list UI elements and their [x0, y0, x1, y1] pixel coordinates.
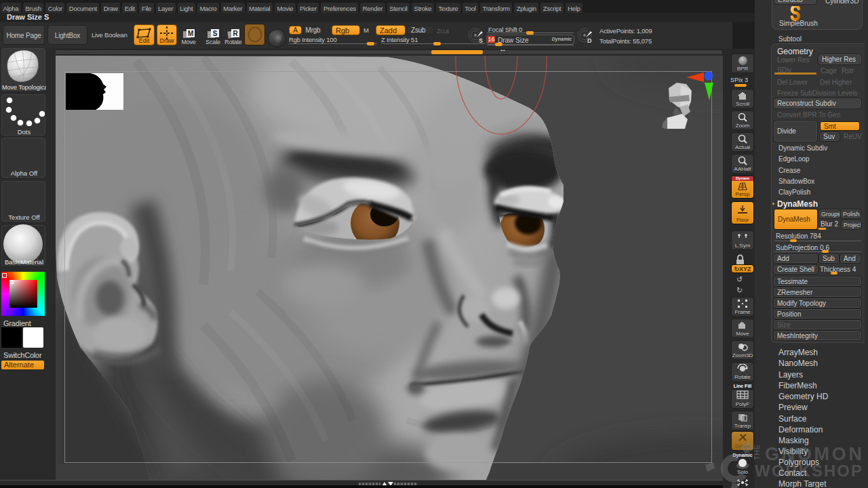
svg-text:S: S	[213, 30, 218, 37]
svg-text:M: M	[188, 30, 193, 37]
svg-text:D: D	[587, 37, 592, 44]
svg-text:S: S	[479, 37, 483, 44]
svg-text:WORKSHOP: WORKSHOP	[755, 462, 863, 480]
svg-text:THE: THE	[753, 445, 761, 461]
svg-text:R: R	[233, 30, 238, 37]
